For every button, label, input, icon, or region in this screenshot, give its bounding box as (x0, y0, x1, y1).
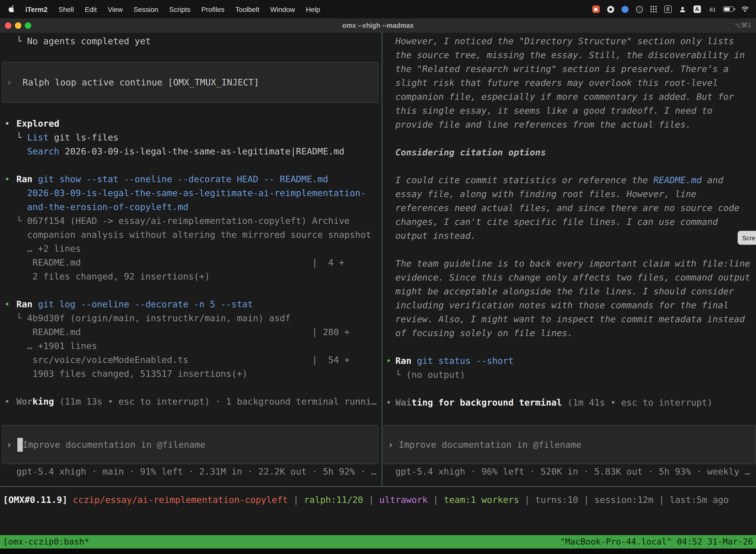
text-segment: Improve documentation in @filename (22, 438, 205, 451)
text-segment: List (27, 132, 49, 143)
menu-item-session[interactable]: Session (128, 5, 164, 13)
user-icon[interactable] (679, 6, 686, 13)
blank-line (0, 381, 381, 395)
window-titlebar[interactable]: omx --xhigh --madmax ⌥⌘1 (0, 18, 756, 33)
menu-item-shell[interactable]: Shell (53, 5, 79, 13)
terminal-line: the "Related research writing" section i… (382, 62, 756, 76)
text-segment: essay file, along with finding root file… (395, 189, 696, 199)
bullet-icon: • (4, 297, 10, 311)
keyboard-badge-icon[interactable]: 8 (664, 5, 672, 13)
menu-item-toolbelt[interactable]: Toolbelt (230, 5, 265, 13)
pane-divider-horizontal (0, 486, 756, 487)
text-segment: | (363, 494, 379, 505)
input-source-icon[interactable]: A (693, 5, 701, 13)
terminal-line: essay file, along with finding root file… (382, 187, 756, 201)
text-segment: team:1 workers (444, 494, 519, 505)
wifi-icon[interactable] (741, 6, 749, 12)
blank-line (0, 283, 381, 297)
text-segment: git ls-files (49, 132, 119, 143)
battery-fill (724, 7, 730, 11)
text-segment: including verification notes with those … (395, 300, 729, 310)
text-segment: › (388, 438, 398, 451)
text-segment: Ralph loop active continue [OMX_TMUX_INJ… (22, 75, 259, 89)
text-segment: git log --oneline --decorate -n 5 --stat (33, 299, 253, 309)
text-segment: Improve documentation in @filename (398, 438, 581, 451)
terminal-line: slight risk that future readers may over… (382, 76, 756, 90)
terminal-line: 2026-03-09-is-legal-the-same-as-legitima… (0, 186, 381, 200)
terminal-line: README.md | 280 + (0, 325, 381, 339)
text-segment: 2 files changed, 92 insertions(+) (16, 271, 210, 281)
text-segment: | (578, 494, 594, 505)
prompt-input-right[interactable]: › Improve documentation in @filename (383, 425, 756, 464)
battery-percentage: .61 (708, 6, 716, 12)
text-segment: ralph:11/20 (304, 494, 363, 505)
raycast-icon[interactable] (621, 6, 628, 13)
menu-item-scripts[interactable]: Scripts (164, 5, 196, 13)
ran-git-log: •Ran git log --oneline --decorate -n 5 -… (0, 297, 381, 311)
model-status-right: gpt-5.4 xhigh · 96% left · 520K in · 5.8… (395, 465, 756, 479)
terminal-line: output instead. (382, 229, 756, 243)
menu-item-help[interactable]: Help (300, 5, 326, 13)
battery-icon[interactable] (723, 6, 734, 12)
launchpad-icon[interactable] (650, 6, 656, 12)
ran-git-show: •Ran git show --stat --oneline --decorat… (0, 172, 381, 186)
text-segment: └ (no output) (395, 369, 465, 380)
terminal-pane-left[interactable]: └ No agents completed yet› Ralph loop ac… (0, 33, 381, 486)
bullet-icon: • (386, 354, 391, 368)
text-segment: › (6, 438, 17, 451)
menu-item-view[interactable]: View (102, 5, 128, 13)
text-segment: and (702, 175, 723, 185)
text-segment: | (288, 494, 304, 505)
menu-item-edit[interactable]: Edit (79, 5, 102, 13)
text-segment: Ran (16, 174, 33, 184)
tmux-host-clock: "MacBook-Pro-44.local" 04:52 31-Mar-26 (560, 535, 756, 549)
text-segment: king (33, 396, 54, 406)
terminal-line: this single essay, it seems like a good … (382, 104, 756, 118)
shield-icon[interactable] (636, 6, 643, 13)
terminal-line: src/voice/voiceModeEnabled.ts | 54 + (0, 353, 381, 367)
browser-icon[interactable] (607, 6, 614, 13)
text-segment: 2026-03-09-is-legal-the-same-as-legitima… (16, 188, 366, 198)
window-shortcut-badge: ⌥⌘1 (734, 18, 751, 33)
screen-recording-icon[interactable] (592, 5, 600, 13)
terminal-line: companion file, especially if more comme… (382, 90, 756, 104)
ralph-loop-banner[interactable]: › Ralph loop active continue [OMX_TMUX_I… (2, 62, 378, 103)
text-segment: Ran (16, 299, 33, 309)
text-segment: 2026-03-09-is-legal-the-same-as-legitima… (59, 146, 344, 156)
terminal-line: The team guideline is to back every impo… (382, 257, 756, 271)
blank-line (0, 158, 381, 172)
terminal-line: 2 files changed, 92 insertions(+) (0, 270, 381, 283)
text-segment: ultrawork (379, 494, 428, 505)
terminal-line: README.md | 4 + (0, 256, 381, 270)
prompt-input-left[interactable]: › Improve documentation in @filename (2, 425, 378, 464)
menu-items: ShellEditViewSessionScriptsProfilesToolb… (53, 5, 326, 13)
battery-tip (734, 8, 735, 10)
text-segment: last:5m ago (670, 494, 729, 505)
terminal-line: Search 2026-03-09-is-legal-the-same-as-l… (0, 145, 381, 158)
bullet-icon: • (4, 117, 10, 130)
pane-divider-vertical[interactable] (381, 33, 382, 487)
text-segment: and-the-erosion-of-copyleft.md (16, 202, 189, 212)
terminal-pane-right[interactable]: However, I noticed the "Directory Struct… (382, 33, 756, 486)
terminal-line: └ No agents completed yet (0, 34, 381, 48)
menu-app-name[interactable]: iTerm2 (20, 5, 53, 13)
menu-item-window[interactable]: Window (265, 5, 301, 13)
text-segment: README.md | 4 + (16, 257, 344, 268)
text-segment: the source tree, missing the essay. Stil… (395, 50, 745, 60)
right-pane-output: However, I noticed the "Directory Struct… (382, 34, 756, 409)
text-segment: 1903 files changed, 513517 insertions(+) (16, 368, 248, 379)
screenshot-notification[interactable]: Scre (738, 231, 756, 245)
terminal-line: └ (no output) (382, 368, 756, 382)
text-segment: cczip/essay/ai-reimplementation-copyleft (73, 494, 288, 505)
text-segment: output instead. (395, 230, 476, 241)
window-title: omx --xhigh --madmax (0, 18, 756, 33)
text-segment: of focusing solely on file lines. (395, 328, 573, 338)
text-segment: src/voice/voiceModeEnabled.ts | 54 + (16, 354, 350, 365)
text-segment: └ 067f154 (HEAD -> essay/ai-reimplementa… (16, 215, 350, 226)
menu-item-profiles[interactable]: Profiles (196, 5, 230, 13)
terminal-line: └ 067f154 (HEAD -> essay/ai-reimplementa… (0, 214, 381, 228)
apple-menu-icon[interactable] (5, 5, 20, 13)
tmux-session-name[interactable]: [omx-cczip0:bash* (0, 535, 89, 549)
terminal-line: └ List git ls-files (0, 130, 381, 145)
text-segment: | (428, 494, 444, 505)
